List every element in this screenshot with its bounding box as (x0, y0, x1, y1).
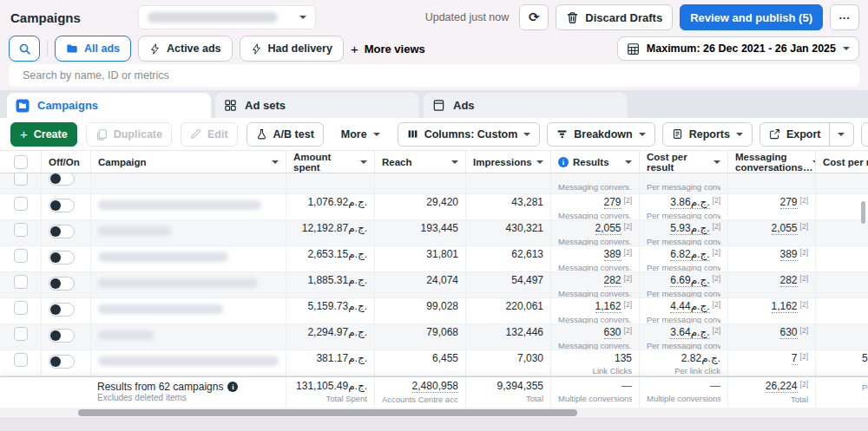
row-checkbox[interactable] (14, 301, 28, 315)
select-all-checkbox[interactable] (14, 155, 28, 169)
campaign-toggle[interactable] (49, 225, 75, 238)
results-cell: 279[2] Messaging convers... (551, 194, 640, 219)
cost-per-result-cell: Per messaging conv... (640, 173, 728, 193)
edit-button[interactable]: Edit (181, 122, 238, 147)
row-checkbox[interactable] (14, 223, 28, 237)
campaign-name-blurred[interactable] (98, 356, 279, 366)
info-icon[interactable]: i (227, 382, 238, 392)
col-header-amount-spent[interactable]: Amount spent (286, 151, 375, 173)
duplicate-button[interactable]: Duplicate (86, 122, 172, 147)
impressions-cell: 430,321 (466, 220, 551, 245)
row-checkbox-cell (0, 272, 42, 297)
campaign-name-cell (91, 246, 286, 271)
off-on-cell (42, 350, 91, 375)
campaign-name-blurred[interactable] (98, 226, 171, 236)
more-button[interactable]: More (332, 122, 389, 147)
tab-campaigns[interactable]: Campaigns (7, 93, 211, 118)
col-header-messaging-conversations[interactable]: Messaging conversations… (728, 151, 816, 173)
folder-icon (66, 42, 78, 55)
review-and-publish-button[interactable]: Review and publish (5) (680, 4, 823, 30)
campaign-name-blurred[interactable] (98, 330, 154, 340)
row-checkbox[interactable] (14, 353, 28, 367)
tab-ads[interactable]: Ads (424, 93, 628, 118)
campaign-toggle[interactable] (49, 303, 75, 317)
breakdown-button[interactable]: Breakdown (547, 122, 654, 147)
table-row: 1,076.92ج.م. 29,420 43,281 279[2] Messag… (0, 194, 868, 220)
search-button[interactable] (9, 36, 40, 62)
toggle-knob (50, 356, 61, 367)
filter-all-ads[interactable]: All ads (55, 36, 131, 62)
filter-active-ads[interactable]: Active ads (138, 36, 233, 62)
campaign-name-blurred[interactable] (98, 304, 223, 314)
cost-per-result-cell: 3.86ج.م.[2] Per messaging conv... (640, 194, 728, 219)
page-icon (432, 99, 445, 112)
row-checkbox[interactable] (14, 275, 28, 289)
chevron-down-icon (523, 133, 530, 136)
cost-per-messaging-cell (816, 194, 868, 219)
reports-button[interactable]: Reports (662, 122, 753, 147)
campaign-toggle[interactable] (49, 355, 75, 369)
horizontal-scrollbar[interactable] (0, 408, 868, 418)
discard-drafts-button[interactable]: Discard Drafts (556, 4, 673, 30)
col-header-results[interactable]: i Results (551, 151, 640, 173)
impressions-cell: 43,281 (466, 194, 551, 219)
date-range-picker[interactable]: Maximum: 26 Dec 2021 - 26 Jan 2025 (617, 36, 859, 61)
summary-label-cell: Results from 62 campaigns i Excludes del… (0, 377, 286, 408)
refresh-button[interactable]: ⟳ (519, 4, 549, 30)
table-row: 1,885.31ج.م. 24,074 54,497 282[2] Messag… (0, 272, 868, 298)
row-checkbox[interactable] (14, 249, 28, 263)
cost-per-messaging-cell (816, 324, 868, 349)
col-header-campaign[interactable]: Campaign (91, 151, 286, 173)
campaign-toggle[interactable] (49, 251, 75, 264)
create-button[interactable]: + Create (10, 122, 77, 147)
results-cell: Messaging convers... (551, 173, 640, 193)
campaign-name-blurred[interactable] (98, 278, 258, 288)
tab-ad-sets[interactable]: Ad sets (215, 93, 419, 118)
row-checkbox-cell (0, 173, 42, 193)
col-header-cost-per-result[interactable]: Cost per result (640, 151, 728, 173)
reach-cell: 24,074 (375, 272, 466, 297)
chevron-down-icon (360, 160, 367, 164)
top-bar: Campaigns Updated just now ⟳ Discard Dra… (0, 0, 868, 35)
export-button[interactable]: Export (760, 122, 854, 147)
campaign-name-blurred[interactable] (98, 200, 261, 210)
campaign-toggle[interactable] (49, 173, 75, 186)
col-header-cost-per-messaging[interactable]: Cost per messaging (816, 151, 868, 173)
col-header-reach[interactable]: Reach (375, 151, 466, 173)
columns-button[interactable]: Columns: Custom (398, 122, 541, 147)
ads-manager-window: Campaigns Updated just now ⟳ Discard Dra… (0, 0, 868, 431)
messaging-conversations-cell: 7[2] (728, 350, 816, 375)
more-menu-button[interactable]: ··· (830, 4, 859, 30)
amount-spent-cell: 1,076.92ج.م. (286, 194, 375, 219)
toggle-knob (50, 330, 61, 341)
chevron-down-icon (843, 47, 850, 50)
chevron-down-icon[interactable] (838, 133, 845, 136)
row-checkbox[interactable] (14, 327, 28, 341)
campaigns-folder-icon (16, 99, 30, 113)
campaign-toggle[interactable] (49, 329, 75, 343)
row-checkbox[interactable] (14, 197, 28, 211)
chevron-down-icon (272, 160, 279, 164)
bolt-icon (149, 43, 161, 55)
account-dropdown[interactable] (138, 5, 316, 29)
off-on-cell (42, 173, 91, 193)
plus-icon: + (20, 127, 28, 141)
campaign-name-blurred[interactable] (98, 252, 228, 262)
summary-amount-spent: 131,105.49ج.م. Total Spent (286, 377, 375, 408)
row-checkbox[interactable] (14, 173, 28, 186)
results-cell: 630[2] Messaging convers... (551, 324, 640, 349)
vertical-scrollbar-thumb[interactable] (861, 201, 865, 224)
campaign-toggle[interactable] (49, 199, 75, 212)
ab-test-button[interactable]: A/B test (247, 122, 324, 147)
more-views-button[interactable]: + More views (351, 42, 425, 56)
horizontal-scrollbar-thumb[interactable] (78, 409, 577, 416)
table-body: Messaging convers... Per messaging conv.… (0, 173, 868, 376)
columns-icon (407, 128, 418, 140)
col-header-impressions[interactable]: Impressions (466, 151, 551, 173)
charts-button[interactable]: Charts (861, 122, 868, 147)
amount-spent-cell: 2,294.97ج.م. (286, 324, 375, 349)
amount-spent-cell: 2,653.15ج.م. (286, 246, 375, 271)
search-input[interactable] (9, 64, 859, 87)
campaign-toggle[interactable] (49, 277, 75, 291)
filter-had-delivery[interactable]: Had delivery (240, 36, 344, 62)
